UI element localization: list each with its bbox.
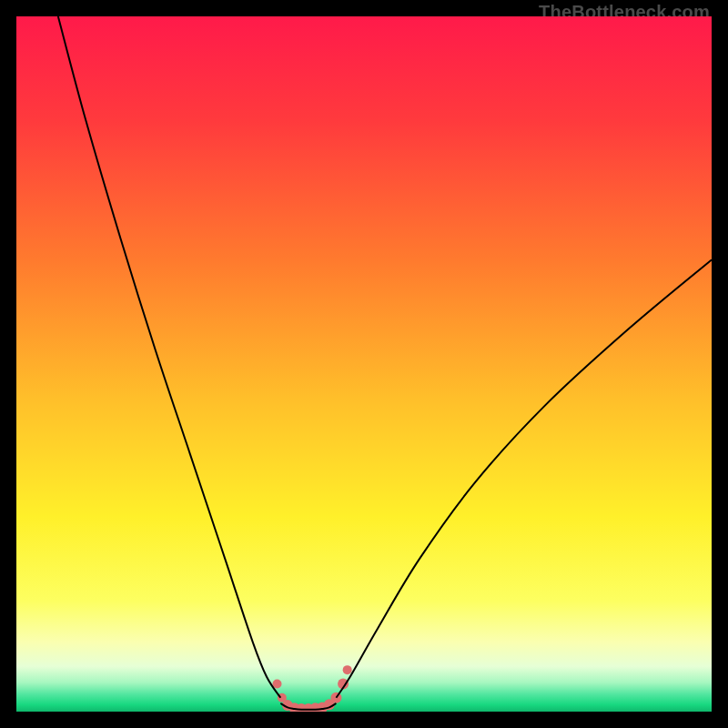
curve-left-branch bbox=[58, 16, 280, 698]
chart-frame: TheBottleneck.com bbox=[0, 0, 728, 728]
valley-marker bbox=[273, 679, 282, 688]
valley-markers bbox=[273, 665, 352, 712]
curve-right-branch bbox=[336, 259, 712, 697]
plot-area bbox=[16, 16, 712, 712]
bottleneck-curve bbox=[16, 16, 712, 712]
valley-marker bbox=[343, 665, 352, 674]
